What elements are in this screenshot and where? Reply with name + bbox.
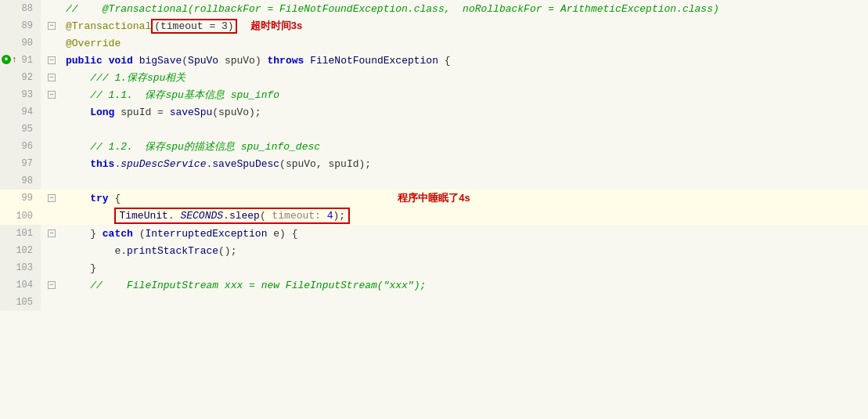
gutter-95 xyxy=(41,121,63,138)
callout-timeout: 超时时间3s xyxy=(245,19,303,33)
fold-icon-91[interactable]: − xyxy=(48,56,56,64)
line-number-101: 101 xyxy=(0,225,41,242)
line-number-103: 103 xyxy=(0,259,41,276)
line-number-99: 99 xyxy=(0,190,41,207)
code-line-94: 94 Long spuId = saveSpu(spuVo); xyxy=(0,103,868,121)
gutter-103 xyxy=(41,259,63,276)
gutter-93[interactable]: − xyxy=(41,86,63,103)
sleep-code-box: TimeUnit. SECONDS.sleep( timeout: 4); xyxy=(114,208,350,224)
code-content-92: /// 1.保存spu相关 xyxy=(63,69,868,86)
code-line-100: 100 TimeUnit. SECONDS.sleep( timeout: 4)… xyxy=(0,207,868,225)
code-content-95 xyxy=(63,121,868,138)
line-number-105: 105 xyxy=(0,294,41,311)
gutter-92[interactable]: − xyxy=(41,69,63,86)
code-line-103: 103 } xyxy=(0,259,868,276)
callout-sleep: 程序中睡眠了4s xyxy=(398,191,470,205)
code-line-105: 105 xyxy=(0,294,868,311)
line-number-100: 100 xyxy=(0,208,41,225)
code-editor: 88 // @Transactional(rollbackFor = FileN… xyxy=(0,0,868,419)
fold-icon-104[interactable]: − xyxy=(48,281,56,289)
code-line-97: 97 this.spuDescService.saveSpuDesc(spuVo… xyxy=(0,155,868,172)
kw-throws: throws xyxy=(268,55,304,67)
gutter-94 xyxy=(41,103,63,121)
line-number-90: 90 xyxy=(0,34,41,52)
code-line-93: 93 − // 1.1. 保存spu基本信息 spu_info xyxy=(0,86,868,103)
breakpoint-icon[interactable]: ● xyxy=(2,55,11,64)
gutter-104[interactable]: − xyxy=(41,276,63,294)
code-line-95: 95 xyxy=(0,121,868,138)
code-line-98: 98 xyxy=(0,172,868,190)
line-number-94: 94 xyxy=(0,103,41,121)
annotation-transactional: @Transactional xyxy=(66,20,151,32)
line-number-97: 97 xyxy=(0,155,41,172)
code-content-96: // 1.2. 保存spu的描述信息 spu_info_desc xyxy=(63,138,868,155)
code-content-97: this.spuDescService.saveSpuDesc(spuVo, s… xyxy=(63,155,868,172)
line-number-96: 96 xyxy=(0,138,41,155)
code-content-88: // @Transactional(rollbackFor = FileNotF… xyxy=(63,0,868,17)
comment-92: /// 1.保存spu相关 xyxy=(66,70,185,85)
gutter-91[interactable]: − xyxy=(41,52,63,69)
line-number-89: 89 xyxy=(0,17,41,34)
fold-icon-92[interactable]: − xyxy=(48,74,56,81)
fold-icon-89[interactable]: − xyxy=(48,22,56,30)
code-content-102: e.printStackTrace(); xyxy=(63,242,868,259)
gutter-105 xyxy=(41,294,63,311)
code-line-101: 101 − } catch (InterruptedException e) { xyxy=(0,225,868,242)
code-line-91: 91 ● ↑ − public void bigSave(SpuVo spuVo… xyxy=(0,52,868,69)
gutter-101[interactable]: − xyxy=(41,225,63,242)
code-content-89: @Transactional(timeout = 3) 超时时间3s xyxy=(63,17,868,34)
code-line-99: 99 − try { 程序中睡眠了4s xyxy=(0,190,868,207)
code-content-94: Long spuId = saveSpu(spuVo); xyxy=(63,103,868,121)
gutter-97 xyxy=(41,155,63,172)
code-content-98 xyxy=(63,172,868,190)
code-content-99: try { 程序中睡眠了4s xyxy=(63,190,868,207)
line-number-98: 98 xyxy=(0,172,41,190)
gutter-98 xyxy=(41,172,63,190)
gutter-90 xyxy=(41,34,63,52)
gutter-88 xyxy=(41,0,63,17)
method-bigsave: bigSave xyxy=(139,55,182,67)
line-number-104: 104 xyxy=(0,276,41,294)
kw-public: public xyxy=(66,55,103,67)
code-content-103: } xyxy=(63,259,868,276)
fold-icon-99[interactable]: − xyxy=(48,194,56,202)
arrow-icon: ↑ xyxy=(12,55,17,64)
code-content-100: TimeUnit. SECONDS.sleep( timeout: 4); xyxy=(63,207,868,225)
gutter-102 xyxy=(41,242,63,259)
gutter-100 xyxy=(41,208,63,225)
line-number-95: 95 xyxy=(0,121,41,138)
line-number-93: 93 xyxy=(0,86,41,103)
line-number-91: 91 ● ↑ xyxy=(0,52,41,69)
code-line-92: 92 − /// 1.保存spu相关 xyxy=(0,69,868,86)
code-content-101: } catch (InterruptedException e) { xyxy=(63,225,868,242)
comment-93: // 1.1. 保存spu基本信息 spu_info xyxy=(66,88,279,102)
code-line-102: 102 e.printStackTrace(); xyxy=(0,242,868,259)
class-fnfe: FileNotFoundException xyxy=(310,55,438,67)
gutter-99[interactable]: − xyxy=(41,190,63,207)
annotation-override: @Override xyxy=(66,38,121,49)
timeout-highlight: (timeout = 3) xyxy=(151,19,236,34)
code-content-93: // 1.1. 保存spu基本信息 spu_info xyxy=(63,86,868,103)
gutter-89[interactable]: − xyxy=(41,17,63,34)
line-number-88: 88 xyxy=(0,0,41,17)
code-line-96: 96 // 1.2. 保存spu的描述信息 spu_info_desc xyxy=(0,138,868,155)
line-number-92: 92 xyxy=(0,69,41,86)
code-line-88: 88 // @Transactional(rollbackFor = FileN… xyxy=(0,0,868,17)
comment-88: // @Transactional(rollbackFor = FileNotF… xyxy=(66,3,719,15)
class-spuvo: SpuVo xyxy=(188,55,218,67)
code-content-104: // FileInputStream xxx = new FileInputSt… xyxy=(63,276,868,294)
gutter-96 xyxy=(41,138,63,155)
code-content-90: @Override xyxy=(63,34,868,52)
code-line-90: 90 @Override xyxy=(0,34,868,52)
code-content-105 xyxy=(63,294,868,311)
code-content-91: public void bigSave(SpuVo spuVo) throws … xyxy=(63,52,868,69)
fold-icon-93[interactable]: − xyxy=(48,91,56,99)
fold-icon-101[interactable]: − xyxy=(48,229,56,237)
kw-void: void xyxy=(109,55,133,67)
line-number-102: 102 xyxy=(0,242,41,259)
code-line-89: 89 − @Transactional(timeout = 3) 超时时间3s xyxy=(0,17,868,34)
code-line-104: 104 − // FileInputStream xxx = new FileI… xyxy=(0,276,868,294)
